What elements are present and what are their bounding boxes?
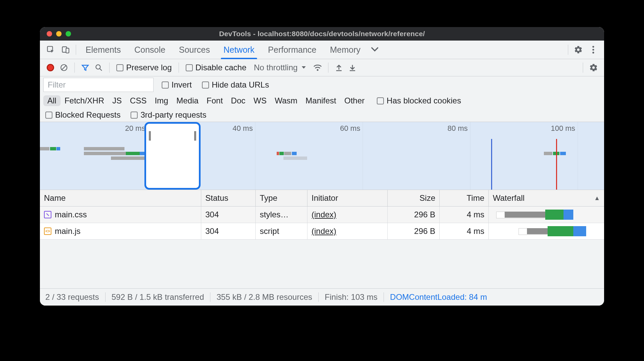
status-resources: 355 kB / 2.8 MB resources [216, 292, 312, 302]
status-transferred: 592 B / 1.5 kB transferred [112, 292, 204, 302]
type-chip-wasm[interactable]: Wasm [271, 95, 301, 106]
script-icon: <> [44, 227, 51, 235]
tab-console[interactable]: Console [128, 41, 172, 59]
svg-point-4 [592, 49, 594, 50]
tab-elements[interactable]: Elements [79, 41, 128, 59]
hide-data-urls-checkbox[interactable]: Hide data URLs [200, 80, 271, 90]
inspect-element-icon[interactable] [43, 44, 58, 56]
kebab-menu-icon[interactable] [586, 44, 601, 56]
blocked-requests-label: Blocked Requests [55, 110, 120, 120]
network-toolbar: Preserve log Disable cache No throttling [40, 59, 604, 76]
divider [583, 63, 583, 73]
request-name: main.css [55, 210, 87, 219]
overview-tick: 60 ms [340, 124, 362, 133]
tab-network[interactable]: Network [217, 41, 261, 59]
col-initiator[interactable]: Initiator [307, 190, 388, 206]
device-toolbar-icon[interactable] [58, 44, 73, 56]
type-chip-all[interactable]: All [43, 95, 61, 106]
search-icon[interactable] [93, 62, 105, 73]
selection-handle-left[interactable] [149, 131, 151, 141]
has-blocked-cookies-label: Has blocked cookies [387, 96, 461, 105]
svg-line-9 [100, 69, 102, 71]
window-titlebar: DevTools - localhost:8080/docs/devtools/… [40, 27, 604, 41]
disable-cache-checkbox[interactable]: Disable cache [184, 63, 249, 72]
filter-icon[interactable] [79, 62, 91, 73]
panel-tabs: ElementsConsoleSourcesNetworkPerformance… [40, 41, 604, 59]
type-chip-js[interactable]: JS [108, 95, 126, 106]
table-row[interactable]: <>main.js304script(index)296 B4 ms [40, 223, 604, 240]
throttling-select[interactable]: No throttling [250, 63, 309, 72]
type-chip-media[interactable]: Media [172, 95, 202, 106]
request-time: 4 ms [467, 226, 484, 236]
timeline-selection[interactable] [144, 122, 201, 190]
panel-settings-icon[interactable] [588, 62, 599, 73]
status-domcontentloaded: DOMContentLoaded: 84 m [390, 292, 487, 302]
upload-har-icon[interactable] [333, 62, 345, 73]
divider [76, 45, 76, 55]
type-chip-img[interactable]: Img [151, 95, 172, 106]
col-status[interactable]: Status [201, 190, 256, 206]
request-initiator[interactable]: (index) [312, 226, 336, 236]
settings-icon[interactable] [571, 44, 586, 56]
timeline-overview[interactable]: 20 ms40 ms60 ms80 ms100 ms [40, 122, 604, 190]
svg-line-7 [62, 66, 66, 70]
tab-performance[interactable]: Performance [261, 41, 323, 59]
requests-table-body: main.css304styles…(index)296 B4 ms<>main… [40, 207, 604, 240]
type-chip-fetchxhr[interactable]: Fetch/XHR [61, 95, 108, 106]
type-chip-other[interactable]: Other [340, 95, 369, 106]
type-chip-manifest[interactable]: Manifest [301, 95, 340, 106]
blocked-requests-checkbox[interactable]: Blocked Requests [43, 110, 122, 120]
more-panels-icon[interactable] [367, 44, 382, 56]
request-status: 304 [205, 226, 219, 236]
third-party-checkbox[interactable]: 3rd-party requests [129, 110, 208, 120]
status-finish: Finish: 103 ms [325, 292, 377, 302]
overview-tick: 80 ms [447, 124, 470, 133]
tab-sources[interactable]: Sources [172, 41, 217, 59]
divider [328, 63, 328, 73]
table-row[interactable]: main.css304styles…(index)296 B4 ms [40, 207, 604, 223]
throttling-label: No throttling [254, 63, 297, 72]
divider [109, 63, 110, 73]
filter-bar: Filter Invert Hide data URLs AllFetch/XH… [40, 76, 604, 122]
stylesheet-icon [44, 211, 51, 218]
invert-label: Invert [171, 80, 192, 90]
col-size[interactable]: Size [388, 190, 440, 206]
svg-point-10 [317, 69, 318, 71]
status-requests: 2 / 33 requests [45, 292, 99, 302]
svg-point-8 [96, 65, 100, 69]
third-party-label: 3rd-party requests [140, 110, 206, 120]
type-chip-doc[interactable]: Doc [227, 95, 250, 106]
invert-checkbox[interactable]: Invert [160, 80, 194, 90]
col-time[interactable]: Time [440, 190, 489, 206]
chevron-down-icon [301, 66, 306, 70]
type-chip-css[interactable]: CSS [126, 95, 151, 106]
col-type[interactable]: Type [256, 190, 307, 206]
overview-tick: 100 ms [551, 124, 577, 133]
record-button[interactable] [45, 62, 56, 73]
hide-data-urls-label: Hide data URLs [212, 80, 269, 90]
request-initiator[interactable]: (index) [312, 210, 336, 219]
divider [179, 63, 179, 73]
disable-cache-label: Disable cache [196, 63, 247, 72]
type-chip-font[interactable]: Font [203, 95, 227, 106]
has-blocked-cookies-checkbox[interactable]: Has blocked cookies [375, 96, 463, 105]
col-name[interactable]: Name [40, 190, 201, 206]
devtools-window: DevTools - localhost:8080/docs/devtools/… [40, 27, 604, 306]
requests-table-header: Name Status Type Initiator Size Time Wat… [40, 190, 604, 207]
filter-placeholder: Filter [48, 80, 66, 90]
request-status: 304 [205, 210, 219, 219]
window-title: DevTools - localhost:8080/docs/devtools/… [40, 30, 604, 38]
col-waterfall[interactable]: Waterfall [489, 190, 604, 206]
preserve-log-checkbox[interactable]: Preserve log [114, 63, 174, 72]
clear-icon[interactable] [58, 62, 70, 73]
request-type: script [260, 226, 279, 236]
selection-handle-right[interactable] [194, 131, 196, 141]
status-bar: 2 / 33 requests 592 B / 1.5 kB transferr… [40, 288, 604, 306]
filter-input[interactable]: Filter [43, 78, 154, 92]
request-size: 296 B [414, 210, 435, 219]
type-chip-ws[interactable]: WS [250, 95, 271, 106]
svg-point-5 [592, 52, 594, 53]
network-conditions-icon[interactable] [312, 62, 323, 73]
download-har-icon[interactable] [347, 62, 358, 73]
tab-memory[interactable]: Memory [323, 41, 367, 59]
